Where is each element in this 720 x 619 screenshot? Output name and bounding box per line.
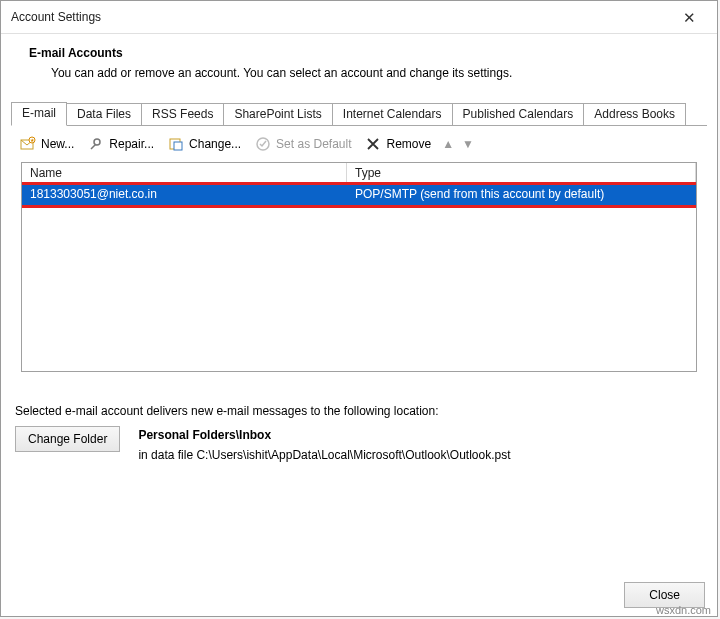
set-default-button: Set as Default [252,134,354,154]
header-title: E-mail Accounts [29,46,697,60]
delivery-path: in data file C:\Users\ishit\AppData\Loca… [138,448,510,462]
change-folder-button[interactable]: Change Folder [15,426,120,452]
column-header-type[interactable]: Type [347,163,696,184]
check-circle-icon [255,136,271,152]
header-subtitle: You can add or remove an account. You ca… [51,66,697,80]
close-icon[interactable]: ✕ [669,1,709,34]
change-label: Change... [189,137,241,151]
tab-data-files[interactable]: Data Files [66,103,142,125]
window-title: Account Settings [11,1,669,34]
move-down-icon: ▼ [462,137,474,151]
remove-label: Remove [386,137,431,151]
titlebar: Account Settings ✕ [1,1,717,34]
toolbar: ★ New... Repair... Change... S [11,126,707,162]
new-mail-icon: ★ [20,136,36,152]
delivery-text: Personal Folders\Inbox in data file C:\U… [138,426,510,462]
table-row[interactable]: 1813303051@niet.co.in POP/SMTP (send fro… [22,185,696,205]
account-settings-dialog: Account Settings ✕ E-mail Accounts You c… [0,0,718,617]
repair-icon [88,136,104,152]
new-label: New... [41,137,74,151]
repair-label: Repair... [109,137,154,151]
new-button[interactable]: ★ New... [17,134,77,154]
account-name-cell: 1813303051@niet.co.in [22,185,347,205]
tab-sharepoint-lists[interactable]: SharePoint Lists [223,103,332,125]
tabs: E-mail Data Files RSS Feeds SharePoint L… [11,102,707,126]
watermark: wsxdn.com [656,604,711,616]
tab-internet-calendars[interactable]: Internet Calendars [332,103,453,125]
svg-rect-4 [174,142,182,150]
column-header-name[interactable]: Name [22,163,347,184]
tab-published-calendars[interactable]: Published Calendars [452,103,585,125]
tab-address-books[interactable]: Address Books [583,103,686,125]
repair-button[interactable]: Repair... [85,134,157,154]
remove-button[interactable]: Remove [362,134,434,154]
account-type-cell: POP/SMTP (send from this account by defa… [347,185,696,205]
delivery-label: Selected e-mail account delivers new e-m… [15,404,703,418]
set-default-label: Set as Default [276,137,351,151]
remove-x-icon [365,136,381,152]
tab-email[interactable]: E-mail [11,102,67,126]
delivery-folder: Personal Folders\Inbox [138,428,510,442]
move-up-icon: ▲ [442,137,454,151]
tab-rss-feeds[interactable]: RSS Feeds [141,103,224,125]
change-button[interactable]: Change... [165,134,244,154]
header: E-mail Accounts You can add or remove an… [1,34,717,96]
accounts-grid: Name Type 1813303051@niet.co.in POP/SMTP… [21,162,697,372]
change-icon [168,136,184,152]
